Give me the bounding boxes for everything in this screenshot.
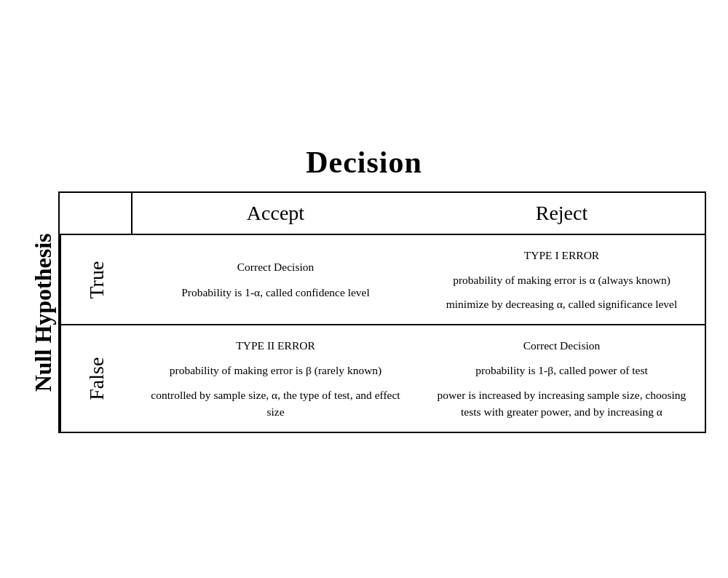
cell-true-reject: TYPE I ERROR probability of making error… <box>419 235 705 325</box>
cell-text: probability of making error is α (always… <box>453 272 670 288</box>
cell-text: probability is 1-β, called power of test <box>475 362 647 379</box>
cell-text: controlled by sample size, α, the type o… <box>147 387 404 421</box>
cell-text: Probability is 1-α, called confidence le… <box>181 284 370 301</box>
cell-title: TYPE II ERROR <box>236 337 315 355</box>
data-rows: True Correct Decision Probability is 1-α… <box>60 235 705 432</box>
main-table: Accept Reject True Correct Decision Prob… <box>58 191 706 433</box>
cell-title: Correct Decision <box>237 258 314 276</box>
table-section: Null Hypothesis Accept Reject True Corre… <box>22 191 706 433</box>
cell-true-accept: Correct Decision Probability is 1-α, cal… <box>132 235 419 325</box>
header-row: Accept Reject <box>60 193 705 235</box>
cell-inner: TYPE I ERROR probability of making error… <box>446 247 678 313</box>
cell-text: power is increased by increasing sample … <box>433 387 690 421</box>
header-accept: Accept <box>132 193 419 235</box>
header-reject: Reject <box>419 193 705 235</box>
cell-text: minimize by decreasing α, called signifi… <box>446 296 678 312</box>
cell-inner: TYPE II ERROR probability of making erro… <box>147 337 404 420</box>
cell-false-reject: Correct Decision probability is 1-β, cal… <box>419 325 705 432</box>
page-wrapper: Decision Null Hypothesis Accept Reject T… <box>22 145 706 433</box>
cell-inner: Correct Decision Probability is 1-α, cal… <box>181 258 370 300</box>
row-label-false: False <box>60 325 132 432</box>
cell-title: Correct Decision <box>523 337 600 355</box>
cell-false-accept: TYPE II ERROR probability of making erro… <box>132 325 419 432</box>
header-spacer <box>60 193 132 235</box>
cell-text: probability of making error is β (rarely… <box>170 362 382 379</box>
table-row: False TYPE II ERROR probability of makin… <box>60 325 705 432</box>
null-hypothesis-label: Null Hypothesis <box>22 191 58 433</box>
page-title: Decision <box>306 145 422 180</box>
row-label-true: True <box>60 235 132 325</box>
cell-inner: Correct Decision probability is 1-β, cal… <box>433 337 690 420</box>
table-row: True Correct Decision Probability is 1-α… <box>60 235 705 326</box>
cell-title: TYPE I ERROR <box>524 247 599 264</box>
